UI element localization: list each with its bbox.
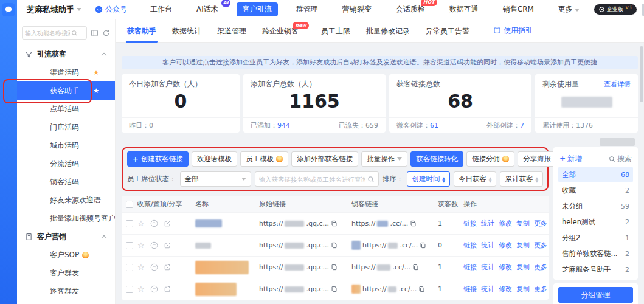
action-stats[interactable]: 统计 [481, 219, 494, 228]
sidebar-item-city-code[interactable]: 城市活码 [17, 136, 115, 154]
action-link[interactable]: 链接 [463, 219, 477, 228]
sidebar-item-batch-video-account[interactable]: 批量添加视频号客户 [17, 209, 115, 227]
link-commission-button[interactable]: 链接分佣 [466, 151, 514, 167]
added-count-link[interactable]: 944 [277, 122, 290, 130]
select-all-checkbox[interactable] [126, 201, 133, 208]
sidebar-item-chase-mass-send[interactable]: 逐客群发 [17, 282, 115, 300]
action-link[interactable]: 链接 [463, 263, 477, 272]
copy-icon[interactable] [412, 264, 419, 271]
sidebar-search-input[interactable] [25, 30, 70, 36]
sidebar-item-order-code[interactable]: 点单活码 [17, 100, 115, 118]
action-more[interactable]: 更多 [534, 219, 547, 228]
action-copy[interactable]: 复制 [516, 241, 530, 250]
pin-top-icon[interactable] [150, 263, 158, 271]
sidebar-item-customer-mass-send[interactable]: 客户群发 [17, 264, 115, 282]
seat-status-select[interactable]: 全部 [180, 171, 251, 187]
nav-ai-script[interactable]: AI话术AI [190, 2, 224, 16]
pin-top-icon[interactable] [150, 219, 158, 227]
sort-create-time[interactable]: 创建时间▲▼ [407, 171, 450, 187]
pin-top-icon[interactable] [150, 285, 158, 293]
sidebar-section-marketing[interactable]: 客户营销 [17, 227, 115, 246]
version-badge[interactable]: 企业版 v3 [594, 4, 637, 15]
nav-customer-acquisition[interactable]: 客户引流 [237, 2, 278, 16]
row-checkbox[interactable] [126, 264, 133, 271]
add-external-link-button[interactable]: 添加外部获客链接 [291, 151, 358, 167]
copy-icon[interactable] [331, 220, 338, 227]
row-checkbox[interactable] [126, 220, 133, 227]
share-icon[interactable] [164, 264, 171, 271]
sidebar-item-friend-source-welcome[interactable]: 好友来源欢迎语 [17, 191, 115, 209]
action-link[interactable]: 链接 [463, 285, 477, 294]
link-search-input[interactable] [259, 176, 365, 183]
share-icon[interactable] [164, 242, 171, 249]
nav-more[interactable]: 更多 [552, 2, 588, 16]
staff-template-button[interactable]: 员工模板 [240, 151, 288, 167]
copy-icon[interactable] [420, 242, 426, 249]
nav-group-management[interactable]: 群管理 [290, 2, 324, 16]
sidebar-section-acquisition[interactable]: 引流获客 [17, 45, 115, 63]
panel-layout-icon[interactable] [91, 29, 99, 37]
welcome-template-button[interactable]: 欢迎语模板 [192, 151, 238, 167]
action-edit[interactable]: 修改 [499, 263, 512, 272]
action-stats[interactable]: 统计 [481, 285, 494, 294]
tab-cross-enterprise-lock[interactable]: 跨企业锁客new [261, 19, 300, 43]
tab-staff-limit[interactable]: 员工上限 [320, 19, 351, 43]
action-copy[interactable]: 复制 [516, 219, 530, 228]
copy-icon[interactable] [331, 264, 338, 271]
nav-data-interchange[interactable]: 数据互通 [443, 2, 485, 16]
sort-today-acquired[interactable]: 今日获客▲▼ [454, 171, 497, 187]
star-icon[interactable]: ☆ [137, 241, 145, 249]
group-search-button[interactable]: 搜索 [609, 154, 632, 164]
tab-abnormal-staff-alert[interactable]: 异常员工告警 [424, 19, 471, 43]
search-icon[interactable] [367, 176, 375, 183]
row-checkbox[interactable] [126, 286, 133, 293]
sidebar-item-lock-code[interactable]: 锁客活码 [17, 173, 115, 191]
group-item-ungrouped[interactable]: 未分组59 [558, 198, 633, 214]
brand-caret-icon[interactable] [77, 8, 81, 11]
group-item-presales[interactable]: 售前单独获客链...2 [558, 246, 633, 261]
group-item-favorites[interactable]: 收藏2 [558, 182, 633, 198]
nav-marketing-fission[interactable]: 营销裂变 [336, 2, 378, 16]
usage-guide-link[interactable]: 使用指引 [493, 26, 533, 36]
action-edit[interactable]: 修改 [499, 219, 512, 228]
link-conversion-button[interactable]: 获客链接转化 [410, 151, 463, 167]
share-poster-button[interactable]: 分享海报 [518, 151, 556, 167]
group-item-all[interactable]: 全部68 [558, 167, 633, 182]
sort-total-acquired[interactable]: 累计获客▲▼ [500, 171, 543, 187]
tab-channel-management[interactable]: 渠道管理 [216, 19, 248, 43]
star-icon[interactable]: ☆ [137, 285, 145, 293]
scrollbar[interactable] [640, 46, 643, 102]
nav-chat-inspection[interactable]: 会话质检HOT [390, 2, 431, 16]
sidebar-item-split-code[interactable]: 分流活码 [17, 154, 115, 173]
copy-icon[interactable] [418, 286, 425, 292]
tab-batch-modify-record[interactable]: 批量修改记录 [365, 19, 411, 43]
tab-data-statistics[interactable]: 数据统计 [171, 19, 203, 43]
action-more[interactable]: 更多 [534, 241, 547, 250]
sidebar-item-channel-code[interactable]: 渠道活码★ [17, 63, 115, 81]
add-group-button[interactable]: +新增 [559, 154, 582, 164]
sidebar-item-acquisition-assistant[interactable]: 获客助手★ [17, 81, 115, 100]
action-more[interactable]: 更多 [534, 285, 547, 294]
batch-operation-button[interactable]: 批量操作 [361, 151, 407, 167]
official-account-link[interactable]: 公众号 [95, 4, 127, 15]
action-stats[interactable]: 统计 [481, 263, 494, 272]
copy-icon[interactable] [331, 242, 338, 249]
external-count-link[interactable]: 7 [520, 122, 524, 130]
action-edit[interactable]: 修改 [499, 241, 512, 250]
action-more[interactable]: 更多 [534, 263, 547, 272]
nav-sales-crm[interactable]: 销售CRM [497, 2, 540, 16]
star-icon[interactable]: ☆ [137, 263, 145, 271]
action-copy[interactable]: 复制 [516, 263, 530, 272]
view-details-link[interactable]: 查看详情 [604, 80, 631, 89]
star-icon[interactable]: ★ [93, 69, 99, 76]
copy-icon[interactable] [331, 286, 338, 292]
app-logo-icon[interactable] [2, 3, 15, 16]
action-stats[interactable]: 统计 [481, 241, 494, 250]
share-icon[interactable] [164, 286, 171, 293]
action-edit[interactable]: 修改 [499, 285, 512, 294]
group-item-helen-test[interactable]: helen测试2 [558, 214, 633, 230]
share-icon[interactable] [164, 220, 171, 227]
created-count-link[interactable]: 61 [430, 122, 438, 130]
group-item-group2[interactable]: 分组21 [558, 230, 633, 246]
tab-acquisition-assistant[interactable]: 获客助手 [126, 19, 158, 43]
